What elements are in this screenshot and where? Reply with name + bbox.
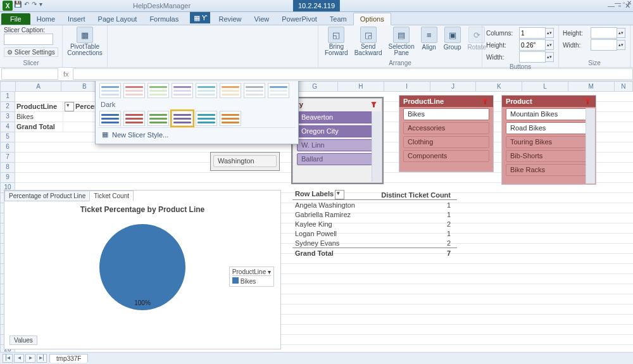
quick-access-toolbar[interactable]: 💾 ↶ ↷ ▾: [14, 1, 42, 8]
pivot-chart[interactable]: Percentage of Product Line Ticket Count …: [4, 190, 281, 349]
tab-page-layout[interactable]: Page Layout: [92, 13, 144, 25]
row-2[interactable]: 2: [0, 102, 15, 112]
style-light-6[interactable]: [220, 83, 241, 98]
filter-dropdown-icon[interactable]: [65, 102, 74, 111]
slicer-productline-item[interactable]: Bikes: [403, 108, 489, 120]
slicer-product-item[interactable]: Road Bikes: [506, 122, 592, 134]
pivot-row-name[interactable]: Logan Powell: [292, 229, 367, 238]
slicer-product-item[interactable]: Mountain Bikes: [506, 108, 592, 120]
pivot-row-name[interactable]: Angela Washington: [292, 200, 367, 210]
slicer-city-washington[interactable]: Washington: [210, 152, 280, 171]
slicer-productline-item[interactable]: Clothing: [403, 136, 489, 148]
new-slicer-style-button[interactable]: ▦New Slicer Style...: [98, 127, 296, 141]
slicer-product-item[interactable]: Bike Racks: [506, 164, 592, 176]
chart-tab-percentage[interactable]: Percentage of Product Line: [4, 191, 90, 201]
col-K[interactable]: K: [476, 81, 522, 92]
slicer-caption-input[interactable]: [4, 34, 53, 45]
slicer-city-item[interactable]: W. Linn: [297, 139, 378, 151]
qat-dropdown-icon[interactable]: ▾: [39, 1, 42, 8]
tab-team[interactable]: Team: [323, 13, 353, 25]
style-dark-1[interactable]: [99, 111, 121, 126]
size-width-spinner[interactable]: ▴▾: [617, 40, 625, 50]
slicer-scrollbar[interactable]: [586, 108, 595, 184]
btn-width-input[interactable]: [519, 51, 546, 63]
legend-filter-icon[interactable]: ▾: [268, 268, 271, 275]
col-M[interactable]: M: [568, 81, 615, 92]
slicer-city-item[interactable]: Ballard: [297, 153, 378, 165]
slicer-product-item[interactable]: Touring Bikes: [506, 136, 592, 148]
row-3[interactable]: 3: [0, 112, 15, 122]
chart-legend[interactable]: ProductLine ▾ Bikes: [229, 267, 274, 287]
row-4[interactable]: 4: [0, 122, 15, 132]
tab-view[interactable]: View: [248, 13, 276, 25]
row-7[interactable]: 7: [0, 153, 15, 163]
row-1[interactable]: 1: [0, 92, 15, 102]
pivot-row-value[interactable]: 2: [367, 238, 457, 248]
size-height-spinner[interactable]: ▴▾: [617, 28, 625, 38]
slicer-product-item[interactable]: Bib-Shorts: [506, 150, 592, 162]
slicer-city[interactable]: ty Beaverton Oregon City W. Linn Ballard: [292, 98, 382, 183]
pivot-grand-total-value[interactable]: 7: [367, 248, 457, 258]
clear-filter-icon[interactable]: [371, 102, 377, 108]
minimize-icon[interactable]: —: [608, 2, 615, 10]
col-A[interactable]: A: [16, 81, 62, 92]
tab-file[interactable]: File: [1, 13, 30, 25]
style-light-8[interactable]: [268, 83, 289, 98]
pivot-row-value[interactable]: 1: [367, 229, 457, 238]
selection-pane-button[interactable]: ▤Selection Pane: [386, 27, 417, 56]
row-5[interactable]: 5: [0, 132, 15, 142]
name-box[interactable]: [1, 68, 58, 80]
col-I[interactable]: I: [384, 81, 430, 92]
pivot-row-name[interactable]: Sydney Evans: [292, 238, 367, 248]
slicer-city-item-washington[interactable]: Washington: [213, 155, 277, 167]
slicer-productline[interactable]: ProductLine Bikes Accessories Clothing C…: [399, 95, 494, 172]
tab-insert[interactable]: Insert: [61, 13, 92, 25]
slicer-productline-item[interactable]: Components: [403, 150, 489, 162]
undo-icon[interactable]: ↶: [24, 1, 29, 8]
style-dark-4[interactable]: [172, 111, 193, 126]
slicer-product[interactable]: Product Mountain Bikes Road Bikes Tourin…: [501, 95, 596, 185]
sheet-nav[interactable]: |◂◂▸▸|: [3, 354, 47, 363]
align-button[interactable]: ≡Align: [418, 27, 440, 56]
col-L[interactable]: L: [522, 81, 568, 92]
row-6[interactable]: 6: [0, 142, 15, 153]
slicer-city-item[interactable]: Beaverton: [297, 111, 378, 123]
chart-tab-ticketcount[interactable]: Ticket Count: [89, 191, 134, 201]
btn-height-spinner[interactable]: ▴▾: [546, 40, 554, 50]
redo-icon[interactable]: ↷: [32, 1, 37, 8]
btn-width-spinner[interactable]: ▴▾: [546, 52, 554, 62]
select-all-corner[interactable]: [0, 81, 16, 92]
slicer-productline-item[interactable]: Accessories: [403, 122, 489, 134]
cell-A4[interactable]: Grand Total: [15, 122, 63, 132]
send-backward-button[interactable]: ◲Send Backward: [352, 27, 385, 56]
slicer-style-gallery[interactable]: Custom Light Dark ▦New Slicer Style...: [95, 81, 299, 144]
pivot-table[interactable]: Row LabelsDistinct Ticket Count Angela W…: [292, 190, 457, 258]
app-window-controls[interactable]: — ▫ ✕: [615, 0, 632, 6]
style-dark-6[interactable]: [220, 111, 241, 126]
style-light-3[interactable]: [147, 83, 169, 98]
tab-options[interactable]: Options: [353, 13, 391, 25]
style-light-7[interactable]: [244, 83, 265, 98]
style-dark-3[interactable]: [147, 111, 169, 126]
worksheet-grid[interactable]: A B C D E F G H I J K L M N 123456789101…: [0, 81, 633, 352]
cell-A3[interactable]: Bikes: [15, 112, 63, 122]
col-G[interactable]: G: [292, 81, 338, 92]
tab-formulas[interactable]: Formulas: [143, 13, 185, 25]
slicer-settings-button[interactable]: ⚙ Slicer Settings: [4, 47, 58, 57]
last-sheet-icon[interactable]: ▸|: [37, 354, 47, 363]
bring-forward-button[interactable]: ◱Bring Forward: [322, 27, 351, 56]
cell-A2[interactable]: ProductLine: [15, 102, 63, 111]
style-dark-5[interactable]: [196, 111, 217, 126]
prev-sheet-icon[interactable]: ◂: [14, 354, 24, 363]
col-J[interactable]: J: [430, 81, 477, 92]
slicer-scrollbar[interactable]: [372, 111, 381, 182]
style-light-5[interactable]: [196, 83, 217, 98]
size-width-input[interactable]: [591, 39, 617, 51]
tab-home[interactable]: Home: [30, 13, 61, 25]
first-sheet-icon[interactable]: |◂: [3, 354, 13, 363]
pivot-filter-icon[interactable]: [335, 190, 344, 199]
tab-review[interactable]: Review: [212, 13, 248, 25]
pivot-row-value[interactable]: 1: [367, 200, 457, 210]
pivot-row-value[interactable]: 2: [367, 219, 457, 229]
clear-filter-icon[interactable]: [482, 99, 488, 104]
